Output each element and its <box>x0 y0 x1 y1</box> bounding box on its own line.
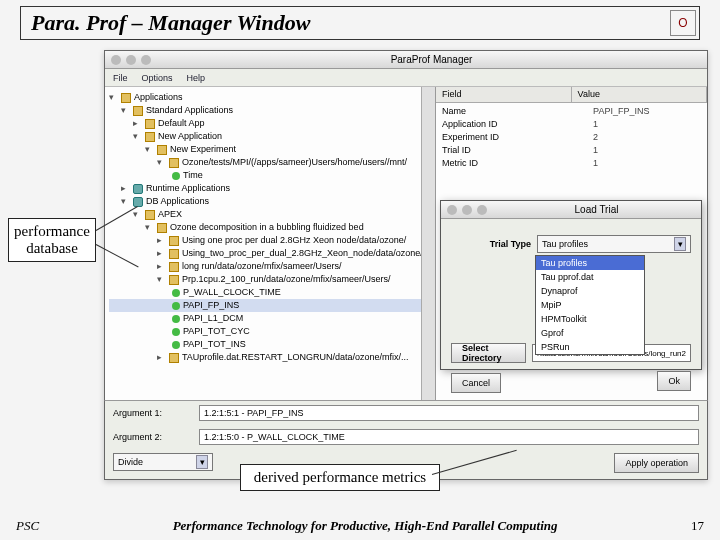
uo-logo-icon: O <box>670 10 696 36</box>
tree-leaf[interactable]: PAPI_TOT_INS <box>109 338 431 351</box>
menu-help[interactable]: Help <box>187 73 206 83</box>
footer-page-number: 17 <box>691 518 704 534</box>
annotation-derived-metrics: derived performance metrics <box>240 464 440 491</box>
folder-icon <box>157 145 167 155</box>
window-titlebar[interactable]: ParaProf Manager <box>105 51 707 69</box>
metric-icon <box>172 302 180 310</box>
folder-icon <box>169 275 179 285</box>
chevron-down-icon: ▾ <box>196 455 208 469</box>
dropdown-option[interactable]: MpiP <box>536 298 644 312</box>
operation-combo[interactable]: Divide ▾ <box>113 453 213 471</box>
tree-node[interactable]: ▾DB Applications <box>109 195 431 208</box>
tree-node[interactable]: ▾Prp.1cpu.2_100_run/data/ozone/mfix/same… <box>109 273 431 286</box>
argument-2-input[interactable]: 1.2:1:5:0 - P_WALL_CLOCK_TIME <box>199 429 699 445</box>
folder-icon <box>145 132 155 142</box>
load-trial-dialog: Load Trial Trial Type Tau profiles ▾ Tau… <box>440 200 702 370</box>
tree-node[interactable]: ▸TAUprofile.dat.RESTART_LONGRUN/data/ozo… <box>109 351 431 364</box>
metric-icon <box>172 172 180 180</box>
window-title-text: ParaProf Manager <box>391 54 473 65</box>
folder-icon <box>145 210 155 220</box>
tree-node[interactable]: ▸long run/data/ozone/mfix/sameer/Users/ <box>109 260 431 273</box>
kv-row[interactable]: NamePAPI_FP_INS <box>436 105 707 118</box>
metric-icon <box>172 315 180 323</box>
chevron-down-icon: ▾ <box>674 237 686 251</box>
kv-row[interactable]: Experiment ID2 <box>436 131 707 144</box>
folder-icon <box>169 236 179 246</box>
tree-leaf[interactable]: Time <box>109 169 431 182</box>
minimize-icon[interactable] <box>126 55 136 65</box>
tree-node[interactable]: ▸Using one proc per dual 2.8GHz Xeon nod… <box>109 234 431 247</box>
slide-title: Para. Prof – Manager Window <box>20 6 700 40</box>
tree-node[interactable]: ▸Using_two_proc_per_dual_2.8GHz_Xeon_nod… <box>109 247 431 260</box>
close-icon[interactable] <box>111 55 121 65</box>
folder-icon <box>121 93 131 103</box>
dropdown-option[interactable]: Gprof <box>536 326 644 340</box>
folder-icon <box>145 119 155 129</box>
tree-leaf[interactable]: PAPI_FP_INS <box>109 299 431 312</box>
tree-node[interactable]: ▸Runtime Applications <box>109 182 431 195</box>
tree-node[interactable]: ▾APEX <box>109 208 431 221</box>
db-icon <box>133 184 143 194</box>
annotation-performance-database: performance database <box>8 218 96 262</box>
tree-leaf[interactable]: PAPI_L1_DCM <box>109 312 431 325</box>
folder-icon <box>169 249 179 259</box>
zoom-icon[interactable] <box>141 55 151 65</box>
folder-icon <box>169 353 179 363</box>
menubar: File Options Help <box>105 69 707 87</box>
tree-node-applications[interactable]: ▾Applications <box>109 91 431 104</box>
dialog-titlebar[interactable]: Load Trial <box>441 201 701 219</box>
minimize-icon[interactable] <box>462 205 472 215</box>
menu-file[interactable]: File <box>113 73 128 83</box>
tree-node[interactable]: ▾Ozone/tests/MPI/(/apps/sameer)Users/hom… <box>109 156 431 169</box>
dropdown-option[interactable]: Tau pprof.dat <box>536 270 644 284</box>
slide-title-text: Para. Prof – Manager Window <box>31 10 310 36</box>
zoom-icon[interactable] <box>477 205 487 215</box>
db-icon <box>133 197 143 207</box>
footer-left: PSC <box>16 518 39 534</box>
argument-2-label: Argument 2: <box>113 432 193 442</box>
kv-row[interactable]: Application ID1 <box>436 118 707 131</box>
ok-button[interactable]: Ok <box>657 371 691 391</box>
kv-row[interactable]: Trial ID1 <box>436 144 707 157</box>
dropdown-option[interactable]: HPMToolkit <box>536 312 644 326</box>
footer-center: Performance Technology for Productive, H… <box>173 518 558 534</box>
trial-type-label: Trial Type <box>451 239 531 249</box>
metric-icon <box>172 341 180 349</box>
argument-1-input[interactable]: 1.2:1:5:1 - PAPI_FP_INS <box>199 405 699 421</box>
tree-node[interactable]: ▸Default App <box>109 117 431 130</box>
close-icon[interactable] <box>447 205 457 215</box>
metric-icon <box>172 328 180 336</box>
dropdown-option[interactable]: PSRun <box>536 340 644 354</box>
select-directory-button[interactable]: Select Directory <box>451 343 526 363</box>
cancel-button[interactable]: Cancel <box>451 373 501 393</box>
tree-leaf[interactable]: PAPI_TOT_CYC <box>109 325 431 338</box>
metric-icon <box>172 289 180 297</box>
tree-node[interactable]: ▾Ozone decomposition in a bubbling fluid… <box>109 221 431 234</box>
tree-node[interactable]: ▾Standard Applications <box>109 104 431 117</box>
folder-icon <box>133 106 143 116</box>
dialog-title: Load Trial <box>575 204 619 215</box>
apply-operation-button[interactable]: Apply operation <box>614 453 699 473</box>
trial-type-combo[interactable]: Tau profiles ▾ <box>537 235 691 253</box>
tree-node[interactable]: ▾New Experiment <box>109 143 431 156</box>
kv-row[interactable]: Metric ID1 <box>436 157 707 170</box>
folder-icon <box>157 223 167 233</box>
dropdown-option[interactable]: Dynaprof <box>536 284 644 298</box>
folder-icon <box>169 262 179 272</box>
menu-options[interactable]: Options <box>142 73 173 83</box>
slide-footer: PSC Performance Technology for Productiv… <box>0 518 720 534</box>
trial-type-dropdown: Tau profiles Tau pprof.dat Dynaprof MpiP… <box>535 255 645 355</box>
tree-node[interactable]: ▾New Application <box>109 130 431 143</box>
col-field[interactable]: Field <box>436 87 571 102</box>
dropdown-option[interactable]: Tau profiles <box>536 256 644 270</box>
col-value[interactable]: Value <box>572 87 707 102</box>
argument-1-label: Argument 1: <box>113 408 193 418</box>
folder-icon <box>169 158 179 168</box>
tree-leaf[interactable]: P_WALL_CLOCK_TIME <box>109 286 431 299</box>
